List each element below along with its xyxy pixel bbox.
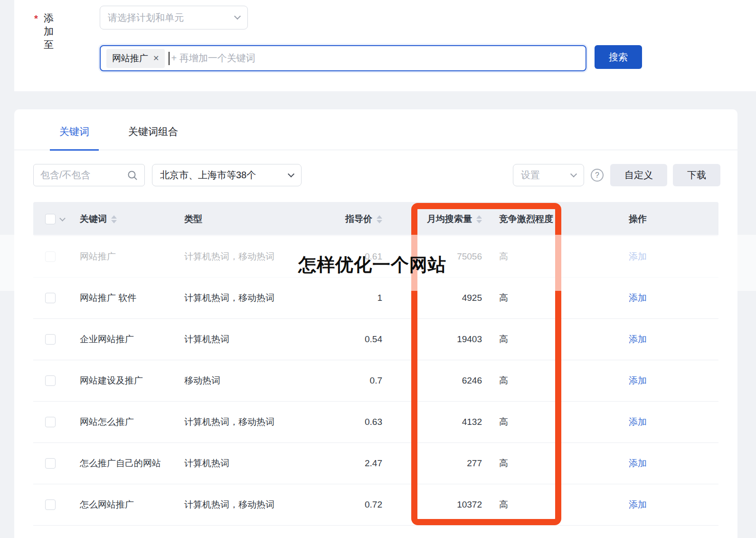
text-cursor [169,52,170,65]
row-checkbox[interactable] [45,334,56,345]
region-select[interactable]: 北京市、上海市等38个 [152,164,302,186]
download-button[interactable]: 下载 [673,164,720,186]
cell-bid: 2.47 [341,458,386,469]
table-row: 网站建设及推广 移动热词 0.7 6246 高 添加 [33,360,718,402]
cell-competition: 高 [486,416,557,428]
tabs: 关键词 关键词组合 [14,109,737,150]
include-exclude-filter-input[interactable]: 包含/不包含 [33,164,145,186]
customize-button[interactable]: 自定义 [610,164,667,186]
region-select-value: 北京市、上海市等38个 [160,169,256,182]
table-row: 企业网站推广 计算机热词 0.54 19403 高 添加 [33,319,718,360]
add-to-label: 添加至 [44,11,54,51]
cell-bid: 1 [341,293,386,303]
table-toolbar: 包含/不包含 北京市、上海市等38个 设置 ? 自定义 下载 [33,164,720,186]
select-all-checkbox[interactable] [45,214,56,224]
plan-select-placeholder: 请选择计划和单元 [108,11,184,24]
column-header-action: 操作 [557,213,718,225]
table-header: 关键词 类型 指导价 月均搜索量 竞争激烈程度 操作 [33,202,718,236]
cell-keyword: 怎么网站推广 [80,499,184,511]
cell-keyword: 怎么推广自己的网站 [80,457,184,470]
results-panel: 关键词 关键词组合 包含/不包含 北京市、上海市等38个 设置 ? 自定义 下载 [14,109,737,538]
tab-keyword-combinations[interactable]: 关键词组合 [119,125,188,150]
add-link[interactable]: 添加 [629,416,647,428]
column-header-type: 类型 [184,213,341,225]
cell-volume: 6246 [386,375,486,386]
table-row: 网站怎么推广 计算机热词，移动热词 0.63 4132 高 添加 [33,402,718,443]
add-link[interactable]: 添加 [629,499,647,511]
settings-select[interactable]: 设置 [513,164,584,186]
add-link[interactable]: 添加 [629,292,647,304]
cell-bid: 0.7 [341,375,386,386]
column-header-volume[interactable]: 月均搜索量 [386,213,486,225]
keyword-tag-label: 网站推广 [112,52,148,65]
remove-tag-icon[interactable]: ✕ [153,55,159,62]
cell-keyword: 网站推广 [80,250,184,263]
cell-keyword: 网站建设及推广 [80,375,184,387]
select-menu-chevron-icon[interactable] [59,215,66,221]
row-checkbox[interactable] [45,251,56,262]
chevron-down-icon [234,13,241,19]
cell-volume: 4925 [386,293,486,303]
column-header-bid[interactable]: 指导价 [341,213,386,225]
row-checkbox[interactable] [45,293,56,303]
table-body: 网站推广 计算机热词，移动热词 0.61 75056 高 添加 网站推广 软件 … [33,236,718,526]
chevron-down-icon [570,171,577,177]
cell-bid: 0.54 [341,334,386,345]
column-header-competition: 竞争激烈程度 [486,213,557,225]
cell-volume: 10372 [386,500,486,510]
add-link[interactable]: 添加 [629,457,647,470]
row-checkbox[interactable] [45,458,56,469]
cell-bid: 0.72 [341,500,386,510]
keyword-search-input[interactable]: 网站推广 ✕ + 再增加一个关键词 [100,45,586,71]
cell-type: 计算机热词，移动热词 [184,499,341,511]
sort-icon[interactable] [476,215,482,223]
watermark-text: 怎样优化一个网站 [298,253,446,277]
cell-competition: 高 [486,250,557,263]
table-row: 怎么推广自己的网站 计算机热词 2.47 277 高 添加 [33,443,718,484]
keyword-input-placeholder: + 再增加一个关键词 [171,52,255,65]
sort-icon[interactable] [377,215,382,223]
cell-bid: 0.63 [341,417,386,427]
help-icon[interactable]: ? [591,169,604,182]
cell-volume: 277 [386,458,486,469]
add-link[interactable]: 添加 [629,333,647,346]
chevron-down-icon [288,171,294,177]
cell-type: 计算机热词，移动热词 [184,416,341,428]
cell-competition: 高 [486,499,557,511]
cell-type: 计算机热词 [184,457,341,470]
cell-volume: 19403 [386,334,486,345]
row-checkbox[interactable] [45,500,56,510]
plan-select[interactable]: 请选择计划和单元 [100,6,248,29]
table-row: 怎么网站推广 计算机热词，移动热词 0.72 10372 高 添加 [33,484,718,526]
cell-volume: 4132 [386,417,486,427]
settings-select-label: 设置 [521,169,540,182]
search-icon [127,170,138,181]
row-checkbox[interactable] [45,375,56,386]
cell-keyword: 企业网站推广 [80,333,184,346]
sort-icon[interactable] [111,215,117,223]
cell-competition: 高 [486,333,557,346]
column-header-keyword[interactable]: 关键词 [80,213,184,225]
required-asterisk: * [34,13,38,24]
cell-competition: 高 [486,292,557,304]
tab-keywords[interactable]: 关键词 [50,125,99,150]
search-button[interactable]: 搜索 [595,45,642,69]
filter-placeholder: 包含/不包含 [40,169,91,182]
table-row: 网站推广 软件 计算机热词，移动热词 1 4925 高 添加 [33,278,718,319]
cell-keyword: 网站推广 软件 [80,292,184,304]
cell-competition: 高 [486,375,557,387]
cell-type: 计算机热词，移动热词 [184,292,341,304]
cell-keyword: 网站怎么推广 [80,416,184,428]
add-link[interactable]: 添加 [629,375,647,387]
add-keywords-panel: * 添加至 请选择计划和单元 网站推广 ✕ + 再增加一个关键词 搜索 [14,0,756,91]
row-checkbox[interactable] [45,417,56,427]
cell-type: 移动热词 [184,375,341,387]
cell-competition: 高 [486,457,557,470]
add-link[interactable]: 添加 [629,250,647,263]
keywords-table: 关键词 类型 指导价 月均搜索量 竞争激烈程度 操作 [33,202,718,526]
keyword-tag: 网站推广 ✕ [106,49,165,68]
cell-type: 计算机热词 [184,333,341,346]
